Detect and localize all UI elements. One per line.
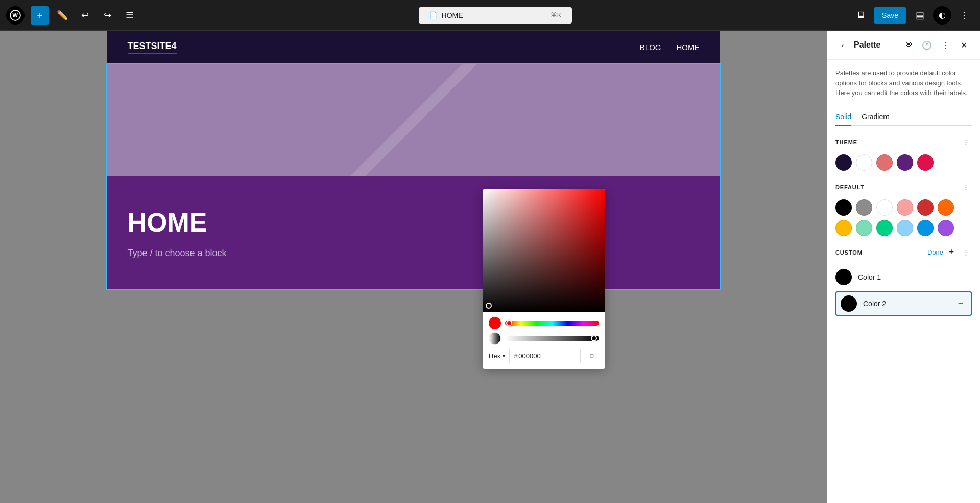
toggle-sidebar-button[interactable]: ▤ [911,6,929,25]
wp-logo[interactable]: W [6,6,25,25]
sidebar-icon: ▤ [916,10,924,21]
default-color-pale-blue[interactable] [897,220,913,236]
default-color-green[interactable] [876,220,893,236]
hero-block[interactable]: HOME Type / to choose a block [107,64,720,289]
color-picker-controls: Hex ▾ # ⧉ [483,312,605,369]
hue-slider[interactable] [505,321,599,326]
page-title-button[interactable]: 📄 HOME ⌘K [419,7,572,24]
minus-icon: − [958,298,964,309]
three-dots-icon: ⋮ [941,40,949,50]
chevron-down-icon: ▾ [503,353,505,359]
custom-section: CUSTOM Done + ⋮ Color 1 [835,246,972,316]
gradient-tab[interactable]: Gradient [862,108,889,126]
site-nav: TESTSITE4 BLOG HOME [107,31,720,64]
panel-title: Palette [854,40,896,50]
default-color-swatches [835,199,972,236]
save-button[interactable]: Save [874,7,906,24]
custom-section-menu-button[interactable]: ⋮ [960,246,972,259]
close-panel-button[interactable]: ✕ [955,37,972,53]
revisions-button[interactable]: 🕐 [919,37,935,53]
hue-slider-row [489,317,599,329]
nav-links: BLOG HOME [640,43,700,52]
styles-preview-button[interactable]: 👁 [900,37,917,53]
default-color-gray[interactable] [856,199,872,216]
plus-icon: + [949,247,954,258]
undo-button[interactable]: ↩ [76,6,94,25]
hex-input[interactable] [518,352,559,360]
hex-label: Hex [489,352,500,360]
undo-icon: ↩ [81,10,89,21]
hue-preview [489,317,501,329]
chevron-left-icon: ‹ [842,41,844,49]
custom-actions: Done + ⋮ [927,246,972,259]
default-color-purple[interactable] [938,220,954,236]
copy-icon: ⧉ [590,352,594,360]
add-custom-color-button[interactable]: + [945,246,958,259]
canvas[interactable]: TESTSITE4 BLOG HOME HOME Type / to choos… [0,31,827,503]
ellipsis-icon: ⋮ [960,10,969,21]
default-color-white[interactable] [876,199,893,216]
tools-button[interactable]: ✏️ [53,6,71,25]
hex-row: Hex ▾ # ⧉ [489,349,599,363]
hex-input-container: # [509,349,581,363]
theme-color-red[interactable] [917,154,934,171]
color-picker-handle[interactable] [486,303,492,309]
nav-link-blog[interactable]: BLOG [640,43,661,52]
custom-section-header: CUSTOM Done + ⋮ [835,246,972,259]
default-color-amber[interactable] [835,220,852,236]
alpha-slider-row [489,332,599,345]
half-circle-icon: ◐ [939,10,946,20]
default-color-black[interactable] [835,199,852,216]
site-logo: TESTSITE4 [128,41,177,54]
custom-color-1-swatch[interactable] [835,269,852,285]
theme-color-white[interactable] [856,154,872,171]
pencil-icon: ✏️ [57,10,68,21]
hue-thumb [506,320,512,326]
hero-title: HOME [128,207,700,238]
clock-icon: 🕐 [922,40,932,50]
default-color-vivid-red[interactable] [917,199,934,216]
add-block-button[interactable]: ＋ [31,6,49,25]
theme-color-purple[interactable] [897,154,913,171]
svg-text:W: W [13,12,18,18]
view-mode-button[interactable]: 🖥 [851,6,870,25]
more-options-button[interactable]: ⋮ [955,6,974,25]
list-view-button[interactable]: ☰ [121,6,139,25]
custom-color-2-name: Color 2 [863,300,948,308]
hex-format-button[interactable]: Hex ▾ [489,352,505,360]
plus-icon: ＋ [35,9,44,21]
theme-color-dark[interactable] [835,154,852,171]
redo-icon: ↪ [104,10,111,21]
solid-tab[interactable]: Solid [835,108,851,126]
custom-color-2-swatch[interactable] [841,295,857,312]
default-section-menu-button[interactable]: ⋮ [960,181,972,193]
styles-button[interactable]: ◐ [933,6,951,25]
default-color-pale-pink[interactable] [897,199,913,216]
remove-color-2-button[interactable]: − [954,298,967,310]
theme-section-title: THEME [835,139,857,145]
color-picker-popup: Hex ▾ # ⧉ [483,189,605,369]
panel-header-icons: 👁 🕐 ⋮ ✕ [900,37,972,53]
default-color-orange[interactable] [938,199,954,216]
panel-body: Palettes are used to provide default col… [827,60,980,503]
theme-color-pink[interactable] [876,154,893,171]
default-color-light-green[interactable] [856,220,872,236]
nav-link-home[interactable]: HOME [677,43,700,52]
theme-color-swatches [835,154,972,171]
document-icon: 📄 [429,11,438,19]
alpha-thumb [591,335,597,341]
more-styles-button[interactable]: ⋮ [937,37,953,53]
back-button[interactable]: ‹ [835,38,850,52]
redo-button[interactable]: ↪ [98,6,116,25]
alpha-slider[interactable] [505,336,599,341]
theme-section: THEME ⋮ [835,136,972,171]
theme-section-menu-button[interactable]: ⋮ [960,136,972,148]
copy-color-button[interactable]: ⧉ [585,349,599,363]
theme-section-header: THEME ⋮ [835,136,972,148]
color-gradient-area[interactable] [483,189,605,312]
alpha-preview [489,332,501,345]
toolbar: W ＋ ✏️ ↩ ↪ ☰ 📄 HOME ⌘K 🖥 Save ▤ ◐ [0,0,980,31]
done-button[interactable]: Done [927,248,943,256]
page-shortcut: ⌘K [551,11,562,19]
default-color-cyan-blue[interactable] [917,220,934,236]
